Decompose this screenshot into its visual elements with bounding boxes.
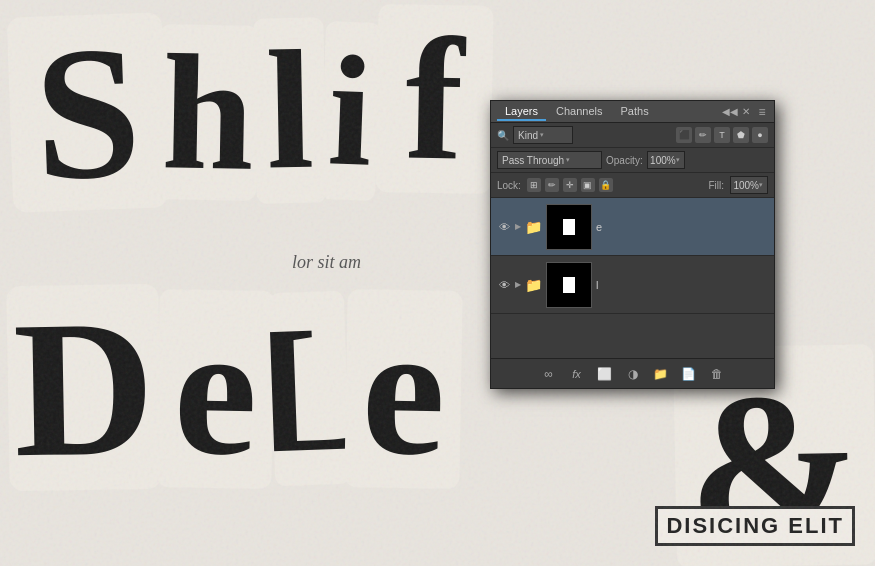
tab-channels[interactable]: Channels	[548, 103, 610, 121]
kind-dropdown[interactable]: Kind ▾	[513, 126, 573, 144]
brush-filter-icon[interactable]: ✏	[695, 127, 711, 143]
collage-letter-d: D	[6, 284, 162, 492]
panel-titlebar: Layers Channels Paths ◀◀ ✕ ≡	[491, 101, 774, 123]
collage-letter-l: l	[253, 17, 326, 203]
panel-menu-icon[interactable]: ≡	[756, 106, 768, 118]
new-layer-icon[interactable]: 📄	[679, 364, 699, 384]
collage-letter-f: f	[375, 4, 493, 194]
panel-bottom-toolbar: ∞ fx ⬜ ◑ 📁 📄 🗑	[491, 358, 774, 388]
layer-folder-icon-0: 📁	[525, 219, 542, 235]
shape-filter-icon[interactable]: ⬟	[733, 127, 749, 143]
effect-filter-icon[interactable]: ●	[752, 127, 768, 143]
filter-icons-group: ⬛ ✏ T ⬟ ●	[676, 127, 768, 143]
layer-visibility-icon-1[interactable]: 👁	[497, 278, 511, 292]
panel-controls: ◀◀ ✕ ≡	[724, 106, 768, 118]
collage-letter-e2: e	[344, 289, 462, 489]
opacity-input[interactable]: 100% ▾	[647, 151, 685, 169]
blend-mode-dropdown[interactable]: Pass Through ▾	[497, 151, 602, 169]
text-fragment-lorem: lor sit am	[292, 252, 361, 273]
lock-label: Lock:	[497, 180, 521, 191]
new-group-icon[interactable]: 📁	[651, 364, 671, 384]
layer-thumb-content-0	[563, 219, 575, 235]
adjustment-layer-icon[interactable]: ◑	[623, 364, 643, 384]
move-lock-icon[interactable]: ✛	[563, 178, 577, 192]
link-layers-icon[interactable]: ∞	[539, 364, 559, 384]
double-arrow-icon[interactable]: ◀◀	[724, 106, 736, 118]
lock-fill-row: Lock: ⊞ ✏ ✛ ▣ 🔒 Fill: 100% ▾	[491, 173, 774, 198]
brush-lock-icon[interactable]: ✏	[545, 178, 559, 192]
collage-letter-e1: e	[156, 289, 274, 489]
layer-expand-arrow-0[interactable]: ▶	[515, 222, 521, 231]
text-filter-icon[interactable]: T	[714, 127, 730, 143]
layers-list: 👁 ▶ 📁 e 👁 ▶ 📁 l	[491, 198, 774, 358]
collage-letter-l2: L	[269, 291, 351, 486]
layer-thumb-content-1	[563, 277, 575, 293]
tab-paths[interactable]: Paths	[613, 103, 657, 121]
opacity-label: Opacity:	[606, 155, 643, 166]
canvas-lock-icon[interactable]: ▣	[581, 178, 595, 192]
fill-arrow: ▾	[759, 181, 763, 189]
blend-opacity-row: Pass Through ▾ Opacity: 100% ▾	[491, 148, 774, 173]
fx-icon[interactable]: fx	[567, 364, 587, 384]
search-icon: 🔍	[497, 130, 509, 141]
layer-thumbnail-0	[546, 204, 592, 250]
layer-name-1: l	[596, 279, 768, 291]
fill-label: Fill:	[708, 180, 724, 191]
collage-letter-s: S	[7, 12, 169, 212]
delete-layer-icon[interactable]: 🗑	[707, 364, 727, 384]
fill-input[interactable]: 100% ▾	[730, 176, 768, 194]
layer-folder-icon-1: 📁	[525, 277, 542, 293]
panel-close-icon[interactable]: ✕	[740, 106, 752, 118]
collage-letter-i: i	[320, 21, 381, 201]
layer-expand-arrow-1[interactable]: ▶	[515, 280, 521, 289]
collage-letter-h: h	[156, 24, 259, 201]
bottom-decorative-text: DISICING ELIT	[655, 506, 855, 546]
blend-dropdown-arrow: ▾	[566, 156, 570, 164]
layer-item-0[interactable]: 👁 ▶ 📁 e	[491, 198, 774, 256]
panel-tabs: Layers Channels Paths	[497, 103, 657, 121]
checkerboard-lock-icon[interactable]: ⊞	[527, 178, 541, 192]
layer-item-1[interactable]: 👁 ▶ 📁 l	[491, 256, 774, 314]
kind-dropdown-arrow: ▾	[540, 131, 544, 139]
layer-thumbnail-1	[546, 262, 592, 308]
opacity-arrow: ▾	[676, 156, 680, 164]
add-mask-icon[interactable]: ⬜	[595, 364, 615, 384]
filter-kind-row: 🔍 Kind ▾ ⬛ ✏ T ⬟ ●	[491, 123, 774, 148]
layer-visibility-icon-0[interactable]: 👁	[497, 220, 511, 234]
layers-panel: Layers Channels Paths ◀◀ ✕ ≡ 🔍 Kind ▾ ⬛ …	[490, 100, 775, 389]
tab-layers[interactable]: Layers	[497, 103, 546, 121]
layer-name-0: e	[596, 221, 768, 233]
padlock-icon[interactable]: 🔒	[599, 178, 613, 192]
lock-icons-group: ⊞ ✏ ✛ ▣ 🔒	[527, 178, 613, 192]
pixel-filter-icon[interactable]: ⬛	[676, 127, 692, 143]
